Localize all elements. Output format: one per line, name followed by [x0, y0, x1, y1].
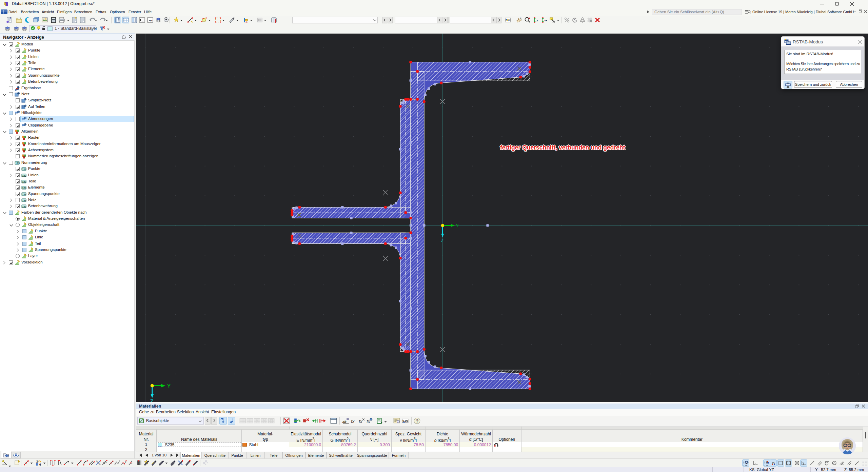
- svg-text:>sc: >sc: [148, 19, 153, 22]
- svg-text:fx: fx: [351, 419, 355, 424]
- svg-text:123: 123: [22, 199, 26, 202]
- svg-text:Z: Z: [150, 398, 153, 402]
- svg-text:x: x: [536, 19, 538, 22]
- svg-text:fx: fx: [367, 419, 370, 424]
- svg-text:123: 123: [22, 180, 26, 183]
- svg-text:123: 123: [22, 186, 26, 190]
- svg-text:Z: Z: [441, 238, 444, 243]
- svg-text:Y: Y: [167, 383, 171, 389]
- svg-text:123: 123: [22, 205, 26, 208]
- svg-text:0,00: 0,00: [402, 419, 408, 422]
- svg-text:123: 123: [15, 161, 20, 164]
- svg-text:ab: ab: [342, 420, 347, 424]
- svg-text:1: 1: [125, 461, 126, 464]
- svg-text:-x: -x: [545, 19, 547, 22]
- svg-text:123: 123: [22, 168, 26, 171]
- svg-text:123: 123: [22, 193, 26, 196]
- svg-text:?: ?: [416, 418, 418, 424]
- svg-text:6: 6: [39, 463, 41, 466]
- svg-text:2: 2: [36, 460, 38, 463]
- svg-text:fx: fx: [359, 419, 362, 424]
- svg-text:Y: Y: [456, 223, 459, 228]
- svg-text:123: 123: [22, 174, 26, 177]
